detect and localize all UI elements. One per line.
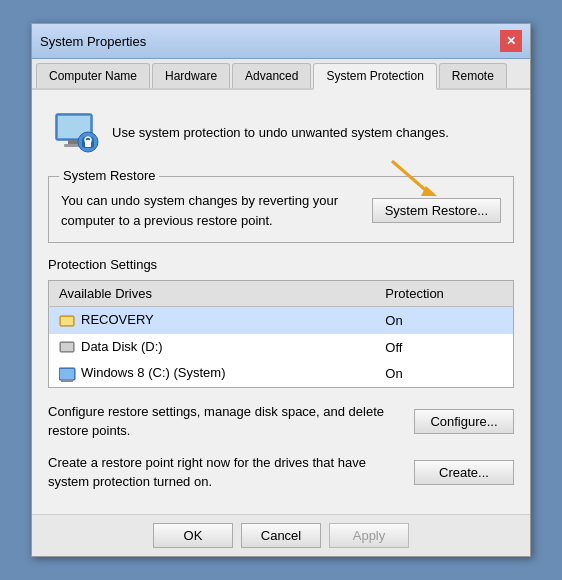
configure-description: Configure restore settings, manage disk … [48,402,406,441]
protection-cell: Off [375,334,513,361]
table-row[interactable]: Windows 8 (C:) (System)On [49,360,514,387]
tab-remote[interactable]: Remote [439,63,507,88]
col-protection: Protection [375,281,513,307]
shield-icon [52,108,100,156]
tab-computer-name[interactable]: Computer Name [36,63,150,88]
drive-icon [59,339,77,355]
drive-name: RECOVERY [81,312,154,327]
create-row: Create a restore point right now for the… [48,453,514,492]
drives-table: Available Drives Protection RECOVERYOnDa… [48,280,514,388]
col-available-drives: Available Drives [49,281,376,307]
protection-cell: On [375,307,513,334]
tab-system-protection[interactable]: System Protection [313,63,436,90]
system-restore-description: You can undo system changes by reverting… [61,191,364,230]
svg-rect-12 [61,343,73,351]
window-title: System Properties [40,34,146,49]
footer: OK Cancel Apply [32,514,530,556]
tabs-bar: Computer Name Hardware Advanced System P… [32,59,530,90]
table-row[interactable]: RECOVERYOn [49,307,514,334]
system-restore-button-wrapper: System Restore... [372,198,501,223]
drive-icon [59,366,77,382]
svg-rect-14 [60,369,74,379]
protection-settings-label: Protection Settings [48,257,514,272]
protection-cell: On [375,360,513,387]
system-properties-window: System Properties ✕ Computer Name Hardwa… [31,23,531,557]
title-bar: System Properties ✕ [32,24,530,59]
table-row[interactable]: Data Disk (D:)Off [49,334,514,361]
drive-name: Data Disk (D:) [81,339,163,354]
tab-hardware[interactable]: Hardware [152,63,230,88]
header-section: Use system protection to undo unwanted s… [48,102,514,162]
create-description: Create a restore point right now for the… [48,453,406,492]
drive-name: Windows 8 (C:) (System) [81,365,225,380]
configure-row: Configure restore settings, manage disk … [48,402,514,441]
cancel-button[interactable]: Cancel [241,523,321,548]
drive-cell: Data Disk (D:) [49,334,376,361]
svg-rect-10 [61,317,73,325]
system-restore-button[interactable]: System Restore... [372,198,501,223]
arrow-indicator [382,156,442,196]
protection-settings-section: Protection Settings Available Drives Pro… [48,257,514,388]
apply-button: Apply [329,523,409,548]
tab-advanced[interactable]: Advanced [232,63,311,88]
configure-button[interactable]: Configure... [414,409,514,434]
system-restore-group: System Restore You can undo system chang… [48,176,514,243]
drive-cell: RECOVERY [49,307,376,334]
create-button[interactable]: Create... [414,460,514,485]
svg-rect-15 [61,379,73,382]
system-restore-label: System Restore [59,168,159,183]
header-description: Use system protection to undo unwanted s… [112,125,449,140]
svg-line-7 [392,161,430,194]
system-restore-content: You can undo system changes by reverting… [61,191,501,230]
ok-button[interactable]: OK [153,523,233,548]
drive-icon [59,313,77,329]
tab-content: Use system protection to undo unwanted s… [32,90,530,514]
close-button[interactable]: ✕ [500,30,522,52]
drive-cell: Windows 8 (C:) (System) [49,360,376,387]
svg-marker-8 [420,186,437,196]
